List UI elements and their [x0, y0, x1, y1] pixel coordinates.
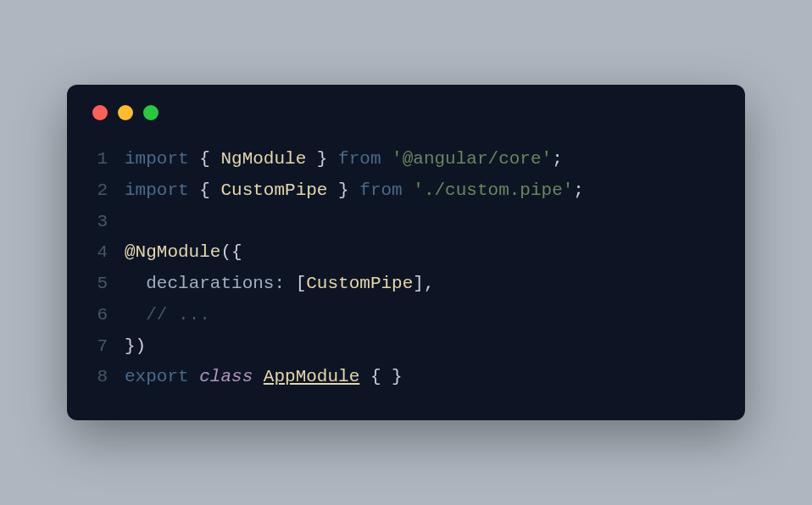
identifier: CustomPipe	[306, 274, 413, 293]
line-content: })	[125, 331, 721, 363]
line-number: 3	[91, 207, 125, 238]
line-content: import { NgModule } from '@angular/core'…	[125, 144, 721, 175]
line-content: @NgModule({	[125, 237, 721, 269]
identifier: CustomPipe	[220, 180, 327, 200]
comment: // ...	[146, 305, 210, 325]
close-icon[interactable]	[92, 105, 108, 120]
code-window: 1 import { NgModule } from '@angular/cor…	[67, 85, 745, 420]
identifier: NgModule	[220, 149, 306, 169]
bracket: ],	[413, 274, 434, 293]
minimize-icon[interactable]	[118, 105, 133, 120]
line-content: // ...	[125, 300, 721, 331]
paren-brace: })	[125, 336, 146, 356]
keyword-from: from	[359, 180, 402, 200]
line-number: 8	[91, 362, 125, 393]
code-line: 4 @NgModule({	[91, 237, 721, 269]
keyword-from: from	[338, 149, 381, 169]
line-content	[125, 207, 721, 238]
class-name: AppModule	[264, 367, 359, 386]
code-line: 1 import { NgModule } from '@angular/cor…	[91, 144, 721, 175]
keyword-import: import	[125, 180, 189, 200]
string-literal: '@angular/core'	[392, 149, 552, 169]
line-number: 5	[91, 269, 125, 300]
line-content: declarations: [CustomPipe],	[125, 269, 721, 300]
window-controls	[92, 105, 721, 120]
line-number: 6	[91, 300, 125, 331]
braces: { }	[370, 367, 403, 386]
code-line: 3	[91, 207, 721, 238]
paren-brace: ({	[220, 242, 242, 262]
line-number: 4	[91, 237, 125, 269]
maximize-icon[interactable]	[143, 105, 159, 120]
code-line: 5 declarations: [CustomPipe],	[91, 269, 721, 300]
line-number: 1	[91, 144, 125, 175]
code-line: 2 import { CustomPipe } from './custom.p…	[91, 175, 721, 207]
line-number: 7	[91, 331, 125, 363]
decorator-name: NgModule	[136, 242, 221, 262]
line-content: import { CustomPipe } from './custom.pip…	[125, 175, 721, 207]
semicolon: ;	[552, 149, 563, 169]
brace: {	[189, 180, 221, 200]
bracket: [	[296, 274, 307, 293]
code-line: 6 // ...	[91, 300, 721, 331]
semicolon: ;	[573, 180, 584, 200]
decorator-at: @	[125, 242, 136, 262]
string-literal: './custom.pipe'	[413, 180, 573, 200]
brace: }	[306, 149, 338, 169]
brace: {	[189, 149, 221, 169]
keyword-class: class	[199, 367, 253, 386]
keyword-import: import	[125, 149, 189, 169]
keyword-export: export	[125, 367, 189, 386]
code-block: 1 import { NgModule } from '@angular/cor…	[91, 144, 721, 393]
code-line: 8 export class AppModule { }	[91, 362, 721, 393]
code-line: 7 })	[91, 331, 721, 363]
line-number: 2	[91, 175, 125, 207]
line-content: export class AppModule { }	[125, 362, 721, 393]
brace: }	[327, 180, 359, 200]
property-name: declarations:	[146, 274, 295, 293]
